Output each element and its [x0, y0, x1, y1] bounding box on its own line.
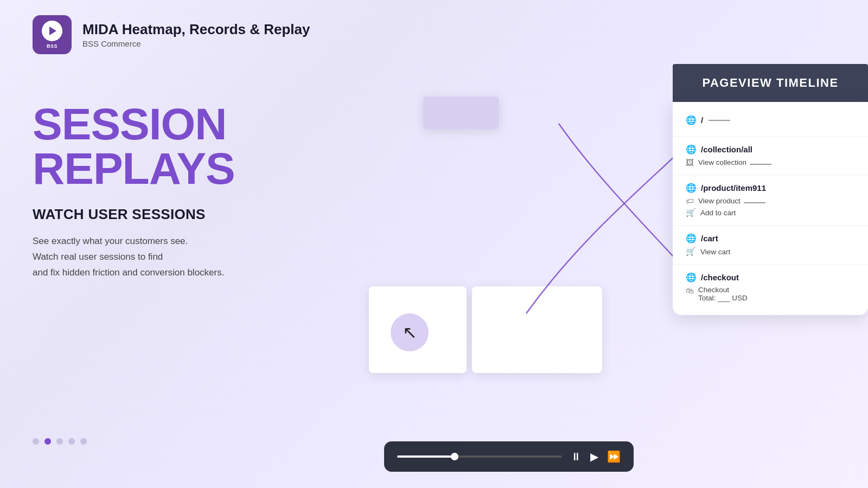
fast-forward-button[interactable]: ⏩ — [607, 451, 621, 462]
left-section: SESSION REPLAYS WATCH USER SESSIONS See … — [33, 80, 358, 406]
pv-path-collection: 🌐 /collection/all — [686, 144, 855, 155]
company-name: BSS Commerce — [82, 39, 310, 48]
progress-fill — [397, 455, 455, 458]
pv-path-cart-label: /cart — [701, 234, 718, 243]
watch-title: WATCH USER SESSIONS — [33, 206, 358, 223]
pv-action-view-product: 🏷 View product — [686, 196, 855, 206]
main-content: SESSION REPLAYS WATCH USER SESSIONS See … — [0, 69, 868, 406]
screen-preview-bottom-right — [472, 286, 602, 373]
pageview-timeline-body: 🌐 / 🌐 /collection/all 🖼 View collection — [673, 102, 868, 315]
pv-path-root-label: / — [701, 115, 703, 125]
desc-line1: See exactly what your customers see. — [33, 236, 188, 246]
pageview-timeline-header: PAGEVIEW TIMELINE — [673, 64, 868, 102]
dot-2[interactable] — [44, 438, 51, 445]
description: See exactly what your customers see. Wat… — [33, 234, 358, 281]
pv-action-checkout: 🛍 CheckoutTotal: ___ USD — [686, 286, 855, 302]
screen-preview-top — [423, 97, 499, 129]
pv-path-product-label: /product/item911 — [701, 183, 766, 192]
pv-action-view-collection-label: View collection — [698, 158, 771, 166]
desc-line2: Watch real user sessions to find — [33, 252, 163, 262]
dot-3[interactable] — [56, 438, 63, 445]
pv-path-product: 🌐 /product/item911 — [686, 183, 855, 193]
dot-5[interactable] — [80, 438, 87, 445]
globe-icon-3: 🌐 — [686, 183, 697, 193]
header: BSS MIDA Heatmap, Records & Replay BSS C… — [0, 0, 868, 69]
globe-icon-1: 🌐 — [686, 115, 697, 125]
logo-badge: BSS — [47, 43, 58, 49]
pv-path-collection-label: /collection/all — [701, 145, 752, 154]
progress-bar[interactable] — [397, 455, 562, 458]
pv-action-checkout-label: CheckoutTotal: ___ USD — [698, 286, 748, 302]
play-button[interactable]: ▶ — [590, 451, 598, 462]
pv-path-checkout-label: /checkout — [701, 273, 739, 282]
pv-action-view-cart-label: View cart — [700, 248, 730, 256]
pv-path-cart: 🌐 /cart — [686, 233, 855, 243]
pv-path-root: 🌐 / — [686, 115, 855, 125]
pv-item-cart: 🌐 /cart 🛒 View cart — [673, 226, 868, 265]
right-panel: PAGEVIEW TIMELINE 🌐 / 🌐 /collection/all … — [673, 64, 868, 315]
pv-item-product: 🌐 /product/item911 🏷 View product 🛒 Add … — [673, 175, 868, 226]
desc-line3: and fix hidden friction and conversion b… — [33, 267, 224, 278]
pv-item-collection: 🌐 /collection/all 🖼 View collection — [673, 137, 868, 175]
video-controls: ⏸ ▶ ⏩ — [384, 441, 634, 472]
tag-icon: 🏷 — [686, 196, 694, 206]
logo-icon — [42, 21, 62, 41]
pv-item-root: 🌐 / — [673, 107, 868, 137]
pv-action-view-cart: 🛒 View cart — [686, 247, 855, 256]
pv-path-checkout: 🌐 /checkout — [686, 272, 855, 282]
carousel-dots — [33, 438, 87, 445]
globe-icon-2: 🌐 — [686, 144, 697, 155]
cart-icon-product: 🛒 — [686, 208, 696, 217]
pv-item-checkout: 🌐 /checkout 🛍 CheckoutTotal: ___ USD — [673, 265, 868, 310]
progress-thumb — [451, 453, 458, 460]
pause-button[interactable]: ⏸ — [571, 451, 582, 462]
dot-1[interactable] — [33, 438, 39, 445]
collection-icon: 🖼 — [686, 158, 694, 167]
globe-icon-5: 🌐 — [686, 272, 697, 282]
pv-action-add-to-cart-label: Add to cart — [700, 209, 736, 217]
dot-4[interactable] — [68, 438, 75, 445]
cursor-arrow: ↖ — [403, 324, 417, 341]
pv-action-view-collection: 🖼 View collection — [686, 158, 855, 167]
globe-icon-4: 🌐 — [686, 233, 697, 243]
checkout-icon: 🛍 — [686, 286, 694, 295]
cart-icon-cart: 🛒 — [686, 247, 696, 256]
pv-action-view-product-label: View product — [698, 197, 765, 205]
logo-box: BSS — [33, 15, 72, 54]
pv-action-add-to-cart: 🛒 Add to cart — [686, 208, 855, 217]
cursor-circle: ↖ — [391, 313, 429, 351]
section-title: SESSION REPLAYS — [33, 102, 358, 191]
app-name: MIDA Heatmap, Records & Replay — [82, 21, 310, 38]
header-text: MIDA Heatmap, Records & Replay BSS Comme… — [82, 21, 310, 48]
